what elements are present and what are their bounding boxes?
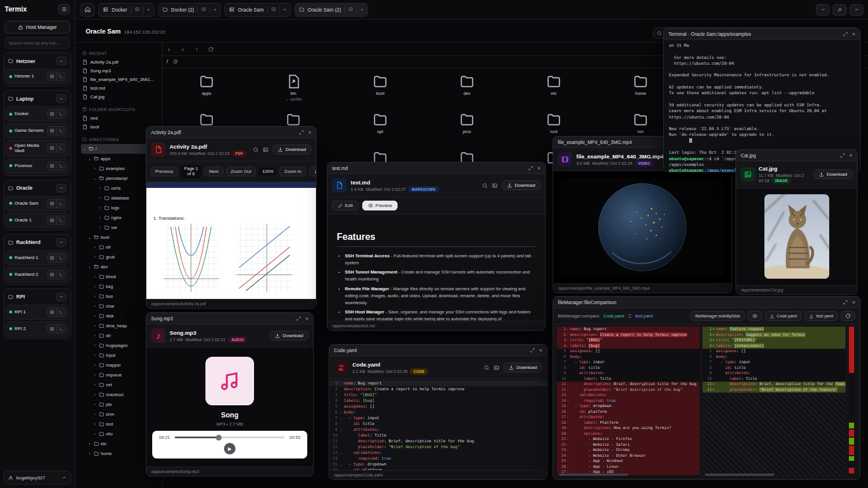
host-item-rpi-2[interactable]: RPI 2 bbox=[6, 321, 69, 337]
window-titlebar[interactable]: Cat.jpg× bbox=[736, 150, 857, 161]
video-stage[interactable] bbox=[553, 171, 731, 283]
tab-docker[interactable]: Docker× bbox=[98, 3, 155, 17]
host-terminal-button[interactable] bbox=[56, 110, 65, 118]
diff-left-pane[interactable]: 1-name: Bug report2-description: Create … bbox=[557, 327, 700, 477]
nav-back-button[interactable]: ‹ bbox=[165, 46, 173, 53]
chevron-right-icon[interactable]: › bbox=[93, 373, 97, 377]
host-terminal-button[interactable] bbox=[56, 254, 65, 262]
chevron-right-icon[interactable]: › bbox=[93, 304, 97, 308]
nav-forward-button[interactable]: › bbox=[179, 46, 187, 53]
sidebar-menu-button[interactable] bbox=[58, 4, 70, 14]
host-group-header[interactable]: Hetzner bbox=[6, 55, 69, 67]
host-item-docker[interactable]: Docker bbox=[6, 106, 69, 121]
host-group-header[interactable]: Laptop bbox=[6, 93, 69, 105]
play-button[interactable]: ▶ bbox=[224, 443, 236, 454]
host-terminal-button[interactable] bbox=[56, 216, 65, 224]
window-titlebar[interactable]: Code.yaml× bbox=[329, 345, 547, 356]
chevron-right-icon[interactable]: › bbox=[98, 216, 102, 220]
download-left-button[interactable]: Code.yaml bbox=[765, 311, 801, 321]
group-collapse-button[interactable] bbox=[56, 57, 67, 65]
host-item-racknerd-2[interactable]: RackNerd 2 bbox=[6, 267, 69, 282]
host-file-manager-button[interactable] bbox=[47, 127, 56, 135]
window-titlebar[interactable]: test.md× bbox=[328, 162, 545, 174]
host-file-manager-button[interactable] bbox=[47, 308, 56, 316]
pdf-zoom-out-button[interactable]: Zoom Out bbox=[226, 167, 256, 176]
host-file-manager-button[interactable] bbox=[47, 72, 56, 80]
image-view-icon[interactable] bbox=[494, 365, 499, 371]
fold-icon[interactable]: ⌄ bbox=[340, 409, 344, 415]
expand-icon[interactable] bbox=[840, 153, 845, 158]
chevron-right-icon[interactable]: › bbox=[93, 245, 97, 249]
chevron-right-icon[interactable]: › bbox=[93, 294, 97, 298]
chevron-right-icon[interactable]: › bbox=[93, 393, 97, 397]
host-terminal-button[interactable] bbox=[56, 72, 65, 80]
chevron-right-icon[interactable]: › bbox=[98, 196, 102, 200]
window-titlebar[interactable]: Terminal · Oracle Sam:/apps/examples× bbox=[664, 28, 860, 40]
close-icon[interactable]: × bbox=[852, 31, 855, 37]
pdf-previous-button[interactable]: Previous bbox=[150, 167, 178, 176]
download-button[interactable]: Download bbox=[814, 169, 852, 179]
search-icon[interactable] bbox=[482, 183, 488, 188]
search-icon[interactable] bbox=[253, 147, 259, 153]
grid-folder-etc[interactable]: etc bbox=[510, 72, 597, 110]
chevron-down-icon[interactable]: ⌄ bbox=[87, 235, 92, 240]
host-file-manager-button[interactable] bbox=[47, 254, 56, 262]
fold-icon[interactable]: ⌄ bbox=[340, 427, 344, 432]
host-group-header[interactable]: RackNerd bbox=[6, 236, 69, 249]
md-edit-button[interactable]: Edit bbox=[332, 201, 359, 210]
chevron-right-icon[interactable]: › bbox=[93, 255, 97, 259]
group-collapse-button[interactable] bbox=[56, 293, 67, 301]
close-icon[interactable]: × bbox=[306, 316, 308, 321]
host-group-header[interactable]: Oracle bbox=[6, 182, 69, 194]
home-tab-button[interactable] bbox=[80, 3, 95, 17]
tab-docker-2-[interactable]: Docker (2)× bbox=[158, 3, 221, 17]
chevron-down-icon[interactable]: ⌄ bbox=[87, 265, 92, 269]
host-terminal-button[interactable] bbox=[56, 271, 65, 279]
window-pdf-viewer[interactable]: Activity 2a.pdf× Activity 2a.pdf470.9 KB… bbox=[146, 126, 317, 309]
tab-oracle-sam[interactable]: Oracle Sam× bbox=[225, 3, 291, 17]
download-right-button[interactable]: test.yaml bbox=[804, 311, 838, 321]
side-by-side-toggle[interactable]: fileManager:sideBySide bbox=[690, 311, 745, 321]
seek-slider[interactable] bbox=[175, 437, 285, 438]
md-preview-button[interactable]: Preview bbox=[362, 201, 398, 210]
tabbar-tools-button[interactable] bbox=[833, 4, 847, 16]
close-icon[interactable]: × bbox=[539, 347, 542, 353]
chevron-right-icon[interactable]: › bbox=[93, 284, 97, 289]
host-file-manager-button[interactable] bbox=[47, 325, 56, 333]
chevron-right-icon[interactable]: › bbox=[98, 225, 102, 230]
split-view-icon[interactable] bbox=[135, 7, 139, 13]
grid-folder-apps[interactable]: apps bbox=[163, 72, 250, 110]
close-icon[interactable]: × bbox=[849, 153, 852, 158]
host-terminal-button[interactable] bbox=[56, 162, 65, 170]
host-search-input[interactable] bbox=[9, 40, 66, 46]
pdf-download-button[interactable]: ⭳ Dow bbox=[309, 167, 316, 176]
grid-folder-opt[interactable]: opt bbox=[337, 110, 424, 148]
code-editor[interactable]: 1name: Bug report2description: Create a … bbox=[329, 379, 547, 470]
h-scrollbar[interactable] bbox=[705, 474, 774, 476]
chevron-right-icon[interactable]: › bbox=[93, 422, 97, 426]
chevron-down-icon[interactable]: ⌄ bbox=[87, 157, 92, 161]
edit-path-icon[interactable] bbox=[173, 59, 178, 64]
chevron-right-icon[interactable]: › bbox=[93, 275, 97, 279]
host-terminal-button[interactable] bbox=[56, 199, 65, 208]
pdf-zoom-in-button[interactable]: Zoom In bbox=[279, 167, 306, 176]
host-item-game-servers[interactable]: Game Servers bbox=[6, 123, 69, 138]
host-file-manager-button[interactable] bbox=[47, 162, 56, 170]
group-collapse-button[interactable] bbox=[56, 184, 67, 193]
split-view-icon[interactable] bbox=[201, 7, 206, 13]
search-icon[interactable] bbox=[484, 365, 490, 371]
host-file-manager-button[interactable] bbox=[47, 271, 56, 279]
chevron-right-icon[interactable]: › bbox=[93, 383, 97, 387]
host-file-manager-button[interactable] bbox=[47, 110, 56, 118]
recent-file[interactable]: Cat.jpg bbox=[81, 93, 162, 101]
chevron-right-icon[interactable]: › bbox=[93, 432, 97, 436]
host-item-racknerd-1[interactable]: RackNerd 1 bbox=[6, 250, 69, 265]
fold-icon[interactable]: ⌄ bbox=[340, 450, 344, 456]
chevron-right-icon[interactable]: › bbox=[87, 442, 92, 446]
split-view-icon[interactable] bbox=[271, 7, 276, 13]
download-button[interactable]: Download bbox=[502, 180, 540, 190]
chevron-right-icon[interactable]: › bbox=[93, 353, 97, 357]
host-item-proxmox[interactable]: Proxmox bbox=[6, 158, 69, 173]
folder-shortcut[interactable]: mnt bbox=[81, 114, 162, 123]
host-file-manager-button[interactable] bbox=[47, 199, 56, 208]
